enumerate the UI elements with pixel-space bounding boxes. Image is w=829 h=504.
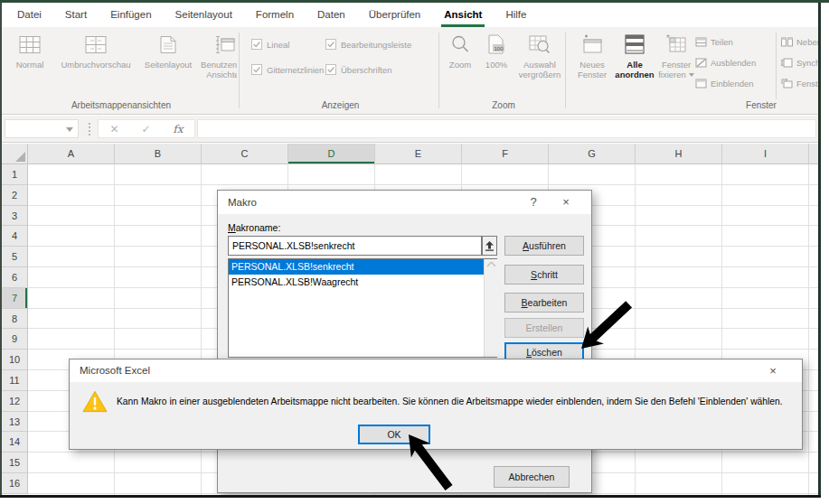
insert-function-icon[interactable]: fx (173, 123, 183, 135)
tab-daten[interactable]: Daten (306, 3, 357, 27)
ok-button[interactable]: OK (358, 425, 430, 444)
reset-window-position-button[interactable]: Fensterp (781, 77, 818, 89)
warning-icon (82, 390, 108, 416)
column-header-f[interactable]: F (462, 144, 549, 164)
confirm-entry-icon[interactable]: ✓ (141, 123, 150, 135)
macro-list-item[interactable]: PERSONAL.XLSB!Waagrecht (229, 275, 496, 290)
checkbox-ueberschriften[interactable]: Überschriften (325, 64, 392, 75)
column-header-d[interactable]: D (288, 144, 375, 164)
chevron-down-icon (689, 73, 694, 77)
step-button[interactable]: Schritt (504, 265, 584, 285)
synchronous-scrolling-label: Synchro (796, 58, 818, 68)
tab-überprüfen[interactable]: Überprüfen (357, 3, 433, 27)
row-header-9[interactable]: 9 (2, 329, 28, 350)
column-header-b[interactable]: B (115, 144, 202, 164)
alert-title: Microsoft Excel (70, 359, 802, 382)
tab-formeln[interactable]: Formeln (244, 3, 306, 27)
checkbox-lineal-label: Lineal (267, 40, 289, 50)
tab-datei[interactable]: Datei (5, 3, 53, 27)
sync-scroll-icon (781, 58, 793, 68)
tab-start[interactable]: Start (53, 3, 99, 27)
zoom-button[interactable]: Zoom (442, 33, 478, 70)
row-header-11[interactable]: 11 (2, 370, 28, 391)
row-header-6[interactable]: 6 (2, 267, 28, 288)
row-header-3[interactable]: 3 (2, 206, 28, 227)
macro-list[interactable]: PERSONAL.XLSB!senkrechtPERSONAL.XLSB!Waa… (228, 258, 497, 358)
window-border-right (818, 3, 821, 495)
hide-icon (695, 58, 707, 68)
row-header-4[interactable]: 4 (2, 226, 28, 247)
name-box[interactable] (5, 119, 79, 138)
split-button[interactable]: Teilen (695, 35, 733, 48)
synchronous-scrolling-button[interactable]: Synchro (781, 56, 818, 69)
create-button[interactable]: Erstellen (504, 318, 584, 338)
column-header-h[interactable]: H (636, 144, 722, 164)
tab-seitenlayout[interactable]: Seitenlayout (164, 3, 244, 27)
freeze-panes-icon: * (665, 33, 687, 56)
normal-view-icon (19, 33, 41, 56)
row-header-14[interactable]: 14 (2, 432, 28, 453)
macro-name-spin-button[interactable] (482, 236, 497, 256)
tab-einfügen[interactable]: Einfügen (99, 3, 163, 27)
select-all-button[interactable] (2, 144, 28, 164)
row-header-16[interactable]: 16 (2, 473, 28, 494)
close-icon[interactable]: × (555, 191, 577, 214)
page-layout-button[interactable]: Seitenlayout (139, 33, 197, 70)
zoom-to-selection-button[interactable]: Auswahl vergrößern (514, 33, 565, 79)
cancel-button[interactable]: Abbrechen (494, 466, 570, 488)
close-icon[interactable]: × (762, 359, 784, 382)
tab-ansicht[interactable]: Ansicht (432, 3, 494, 27)
cancel-entry-icon[interactable]: ✕ (109, 123, 118, 135)
row-header-10[interactable]: 10 (2, 350, 28, 370)
run-button[interactable]: Ausführen (504, 236, 584, 256)
normal-view-button[interactable]: Normal (7, 33, 52, 70)
row-header-15[interactable]: 15 (2, 453, 28, 473)
column-header-c[interactable]: C (202, 144, 288, 164)
group-workbook-views: Normal Umbruchvorschau Seitenlayout (5, 27, 237, 114)
new-window-button[interactable]: Neues Fenster (570, 33, 614, 79)
column-header-a[interactable]: A (28, 144, 115, 164)
view-side-by-side-button[interactable]: Nebenei (781, 35, 818, 48)
row-header-1[interactable]: 1 (2, 164, 28, 185)
arrange-all-label-line2: anordnen (615, 70, 654, 79)
arrange-all-button[interactable]: Alle anordnen (614, 33, 655, 79)
group-window: Neues Fenster Alle anordnen * Fenster fi… (569, 27, 818, 114)
name-box-input[interactable] (7, 121, 65, 138)
macro-list-scrollbar[interactable] (484, 259, 498, 357)
row-header-2[interactable]: 2 (2, 185, 28, 206)
row-headers: 12345678910111213141516 (2, 164, 28, 495)
edit-button[interactable]: Bearbeiten (504, 293, 584, 313)
column-header-g[interactable]: G (549, 144, 636, 164)
checkbox-lineal[interactable]: Lineal (251, 39, 289, 50)
row-header-12[interactable]: 12 (2, 391, 28, 412)
macro-list-item[interactable]: PERSONAL.XLSB!senkrecht (229, 259, 496, 275)
formula-bar-separator (89, 123, 90, 135)
tab-hilfe[interactable]: Hilfe (494, 3, 538, 27)
unhide-button[interactable]: Einblenden (695, 77, 754, 89)
freeze-panes-button[interactable]: * Fenster fixieren (655, 33, 697, 79)
freeze-panes-label-line1: Fenster (662, 60, 691, 70)
page-break-preview-button[interactable]: Umbruchvorschau (52, 33, 139, 70)
row-header-8[interactable]: 8 (2, 309, 28, 330)
checkbox-bearbeitungsleiste[interactable]: Bearbeitungsleiste (325, 39, 411, 50)
split-label: Teilen (711, 37, 733, 47)
macro-name-input[interactable] (229, 237, 481, 255)
help-icon[interactable]: ? (523, 191, 544, 214)
checkbox-checked-icon (251, 64, 262, 75)
zoom-100-button[interactable]: 100 100% (478, 33, 514, 70)
column-header-i[interactable]: I (722, 144, 809, 164)
zoom-100-label: 100% (485, 60, 507, 70)
macro-name-field[interactable] (228, 236, 482, 256)
formula-input[interactable] (198, 121, 815, 138)
name-box-dropdown-icon[interactable] (66, 127, 73, 132)
column-header-e[interactable]: E (375, 144, 462, 164)
hide-button[interactable]: Ausblenden (695, 56, 756, 69)
row-header-5[interactable]: 5 (2, 247, 28, 267)
checkbox-gitternetzlinien[interactable]: Gitternetzlinien (251, 64, 324, 75)
reset-window-position-label: Fensterp (796, 79, 818, 89)
row-header-13[interactable]: 13 (2, 412, 28, 433)
group-show: Lineal Gitternetzlinien Bearbeitungsleis… (244, 27, 437, 114)
custom-views-button[interactable]: Benutzerdef. Ansichten (197, 33, 237, 79)
ribbon: Normal Umbruchvorschau Seitenlayout (2, 27, 818, 115)
row-header-7[interactable]: 7 (2, 288, 28, 309)
